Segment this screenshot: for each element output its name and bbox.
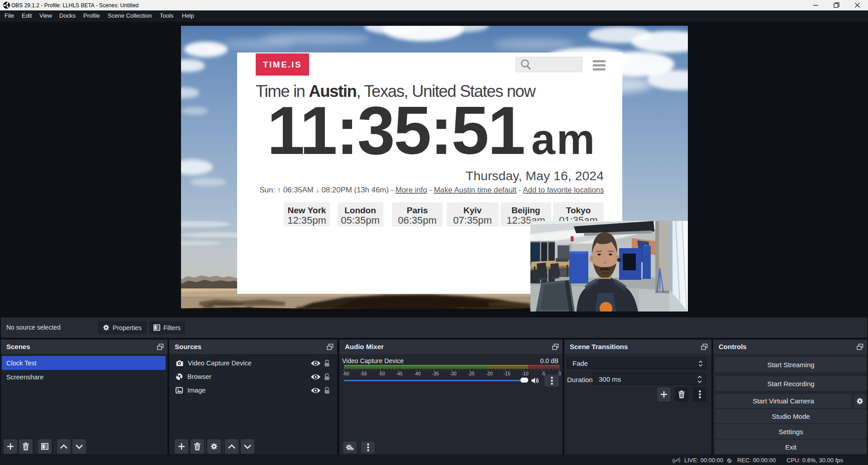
svg-text:Kyiv: Kyiv bbox=[463, 206, 482, 215]
svg-text:12:35pm: 12:35pm bbox=[287, 215, 326, 226]
svg-text:Thursday, May 16, 2024: Thursday, May 16, 2024 bbox=[466, 168, 604, 183]
svg-text:Paris: Paris bbox=[407, 206, 428, 215]
svg-text:05:35pm: 05:35pm bbox=[341, 215, 380, 226]
svg-text:Sun: ↑ 06:35AM ↓ 08:20PM (13h: Sun: ↑ 06:35AM ↓ 08:20PM (13h 46m) - Mor… bbox=[259, 186, 604, 194]
svg-text:Tokyo: Tokyo bbox=[566, 206, 591, 215]
svg-text:11:35:51: 11:35:51 bbox=[267, 92, 524, 168]
svg-text:am: am bbox=[531, 115, 596, 163]
svg-text:06:35pm: 06:35pm bbox=[398, 215, 437, 226]
svg-text:TIME.IS: TIME.IS bbox=[263, 60, 302, 69]
svg-text:07:35pm: 07:35pm bbox=[453, 215, 492, 226]
svg-text:London: London bbox=[344, 206, 376, 215]
svg-text:Beijing: Beijing bbox=[511, 206, 540, 215]
svg-text:New York: New York bbox=[288, 206, 326, 215]
